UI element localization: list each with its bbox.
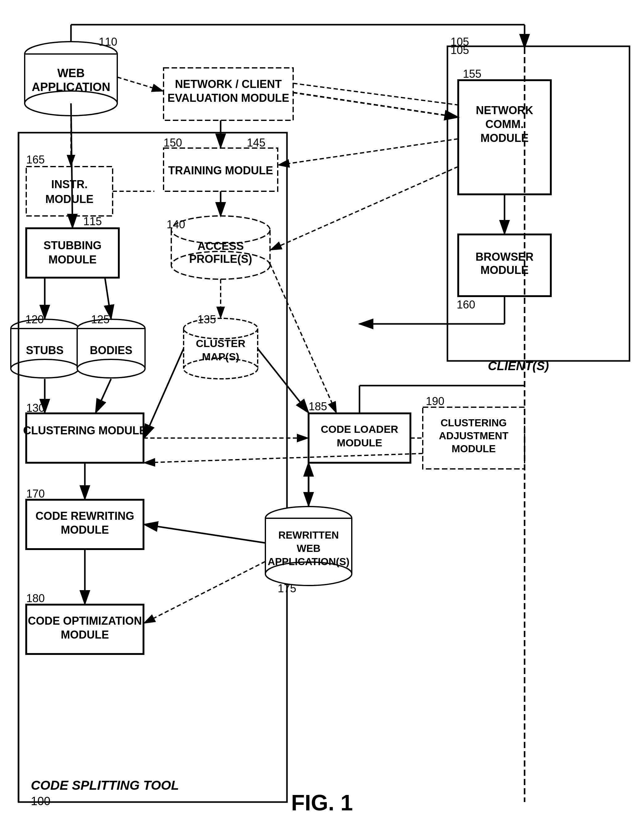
clustering-adj-label1: CLUSTERING <box>441 417 507 428</box>
web-app-label1: WEB <box>58 67 85 80</box>
stubs-label: STUBS <box>26 344 64 357</box>
access-profiles-ref: 140 <box>167 218 185 231</box>
figure-label: FIG. 1 <box>291 790 353 815</box>
access-profiles-label2: PROFILE(S) <box>189 253 252 265</box>
arrow-netcomm-to-access <box>271 167 458 250</box>
code-optimization-label2: MODULE <box>61 628 109 641</box>
code-splitting-tool-ref: 100 <box>31 795 50 807</box>
web-app-label2: APPLICATION <box>32 80 110 94</box>
stubbing-module-label2: MODULE <box>48 253 97 266</box>
arrow-neteval-to-netcomm <box>293 92 458 117</box>
arrow-bodies-to-clustering <box>96 379 111 413</box>
network-eval-label1: NETWORK / CLIENT <box>175 78 282 90</box>
training-module-label: TRAINING MODULE <box>168 164 273 177</box>
training-module-ref2: 145 <box>247 136 265 149</box>
cluster-maps-ref: 135 <box>197 313 216 326</box>
cluster-maps-top <box>184 318 258 339</box>
stubbing-module-label1: STUBBING <box>44 239 102 252</box>
bodies-bottom <box>77 359 145 378</box>
arrow-netcomm-to-training <box>278 139 458 165</box>
instr-module-label1: INSTR. <box>51 178 88 190</box>
clustering-module-box <box>26 413 143 463</box>
arrow-neteval-netcomm-top <box>293 83 458 105</box>
arrow-access-to-codeloader <box>270 264 336 413</box>
instr-module-box <box>26 167 113 216</box>
code-splitting-tool-label: CODE SPLITTING TOOL <box>31 778 179 792</box>
rewritten-web-ref: 175 <box>278 582 296 595</box>
cluster-maps-label2: MAP(S) <box>202 351 240 363</box>
code-rewriting-ref: 170 <box>26 487 45 500</box>
web-app-ref: 110 <box>99 36 117 48</box>
clients-ref-top: 105 <box>450 36 469 48</box>
cluster-maps-label1: CLUSTER <box>196 338 246 349</box>
code-loader-ref: 185 <box>309 400 327 413</box>
diagram-container: CODE SPLITTING TOOL 100 CLIENT(S) 105 WE… <box>0 0 644 840</box>
clustering-adj-ref: 190 <box>426 395 444 407</box>
stubs-bottom <box>11 359 79 378</box>
instr-module-label2: MODULE <box>45 193 94 205</box>
clustering-adj-label2: ADJUSTMENT <box>439 430 509 441</box>
bodies-ref: 125 <box>91 313 110 326</box>
stubbing-module-box <box>26 228 119 277</box>
network-comm-label2: COMM. <box>485 118 524 131</box>
code-loader-label2: MODULE <box>337 437 382 448</box>
clustering-module-ref: 130 <box>26 402 45 414</box>
clients-label: CLIENT(S) <box>488 359 549 372</box>
clustering-adj-label3: MODULE <box>452 443 496 454</box>
arrow-webapp-to-neteval <box>117 77 163 91</box>
bodies-label: BODIES <box>90 344 132 357</box>
network-comm-label3: MODULE <box>480 132 529 144</box>
stubbing-module-ref: 115 <box>83 215 102 228</box>
network-comm-ref: 155 <box>463 67 481 80</box>
arrow-stubbing-to-bodies <box>105 277 111 319</box>
code-optimization-ref: 180 <box>26 592 45 605</box>
clustering-module-label1: CLUSTERING MODULE <box>23 424 146 437</box>
arrow-rewritten-to-codeoptimization <box>144 561 265 623</box>
browser-module-label2: MODULE <box>480 264 529 276</box>
access-profiles-label1: ACCESS <box>197 240 244 252</box>
network-eval-label2: EVALUATION MODULE <box>168 92 289 104</box>
code-rewriting-label1: CODE REWRITING <box>36 510 134 522</box>
arrow-rewritten-to-coderewriting <box>144 524 265 543</box>
code-loader-label1: CODE LOADER <box>320 423 398 435</box>
training-module-ref: 150 <box>164 136 182 149</box>
arrow-clustermaps-to-clustering <box>144 349 184 438</box>
code-rewriting-label2: MODULE <box>61 523 109 536</box>
code-optimization-label1: CODE OPTIMIZATION <box>28 615 141 627</box>
stubs-ref: 120 <box>25 313 44 326</box>
rewritten-web-label3: APPLICATION(S) <box>268 556 349 567</box>
arrow-clustermaps-to-codeloader <box>258 349 309 413</box>
browser-module-ref: 160 <box>457 298 475 311</box>
rewritten-web-label2: WEB <box>297 543 320 554</box>
instr-module-ref: 165 <box>26 153 45 166</box>
rewritten-web-label1: REWRITTEN <box>278 529 339 541</box>
